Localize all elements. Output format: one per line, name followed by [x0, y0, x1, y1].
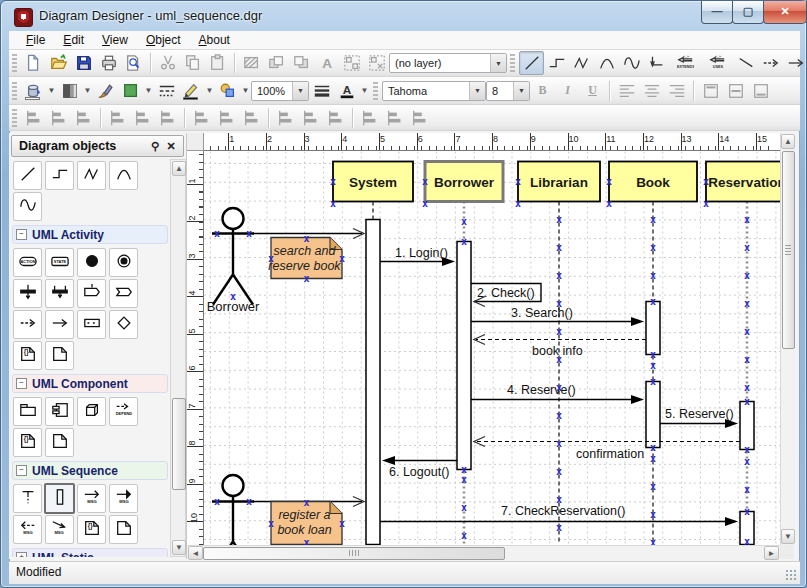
send-to-back-button[interactable] — [289, 51, 314, 75]
open-button[interactable] — [46, 51, 71, 75]
palette-line-arc-button[interactable] — [109, 161, 138, 190]
fill-color-button[interactable] — [21, 79, 46, 103]
section-header-uml-sequence[interactable]: −UML Sequence — [12, 461, 168, 480]
align-text-left-button[interactable] — [614, 79, 639, 103]
palette-depend-arrow-button[interactable]: DEPEND — [109, 397, 138, 426]
space-equal-button[interactable] — [323, 106, 348, 130]
scroll-right-icon[interactable]: ► — [764, 546, 779, 560]
scroll-down-icon[interactable]: ▼ — [781, 529, 795, 544]
activation-Book-3[interactable] — [646, 382, 660, 448]
paste-button[interactable] — [205, 51, 230, 75]
pin-icon[interactable]: ⚲ — [147, 138, 163, 154]
palette-join-down-button[interactable] — [45, 279, 74, 308]
snap-grid-button[interactable] — [357, 106, 382, 130]
align-text-center-button[interactable] — [639, 79, 664, 103]
toolbar-grip[interactable] — [12, 54, 17, 72]
underline-button[interactable]: U — [580, 79, 605, 103]
font-size-select-dropdown-icon[interactable]: ▼ — [513, 82, 529, 100]
new-button[interactable] — [21, 51, 46, 75]
vertical-scroll-thumb[interactable] — [782, 151, 795, 349]
palette-action-button[interactable]: ACTION — [13, 248, 42, 277]
dash-style-button[interactable] — [154, 79, 179, 103]
scroll-up-icon[interactable]: ▲ — [781, 134, 795, 149]
message-6-logout[interactable]: 6. Logout() — [382, 456, 457, 479]
make-same-size-button[interactable] — [239, 106, 264, 130]
line-plain-button[interactable] — [733, 51, 758, 75]
palette-receive-signal-button[interactable] — [77, 279, 106, 308]
participant-Librarian[interactable]: Librarian — [518, 162, 600, 202]
line-sine-button[interactable] — [619, 51, 644, 75]
valign-middle-button[interactable] — [723, 79, 748, 103]
palette-final-node-button[interactable] — [109, 248, 138, 277]
uses-arrow-button[interactable]: «–»USES — [701, 51, 733, 75]
font-color-dropdown-icon[interactable]: ▼ — [359, 80, 370, 102]
panel-header[interactable]: Diagram objects ⚲ ✕ — [11, 135, 184, 157]
pen-color-dropdown-icon[interactable]: ▼ — [204, 80, 215, 102]
center-vertical-button[interactable] — [155, 106, 180, 130]
activation-Reservation-4[interactable] — [740, 402, 754, 450]
line-zigzag-button[interactable] — [569, 51, 594, 75]
participant-Book[interactable]: Book — [609, 162, 697, 202]
align-right-edges-button[interactable] — [46, 106, 71, 130]
hatch-fill-button[interactable] — [239, 51, 264, 75]
palette-msg-return-arrow-button[interactable]: MSG — [13, 515, 42, 544]
line-width-button[interactable] — [309, 79, 334, 103]
layer-select-dropdown-icon[interactable]: ▼ — [490, 54, 506, 72]
palette-note-button[interactable] — [45, 428, 74, 457]
section-header-uml-component[interactable]: −UML Component — [12, 374, 168, 393]
distribute-v-button[interactable] — [407, 106, 432, 130]
menu-about[interactable]: About — [190, 32, 239, 48]
palette-scroll-up-icon[interactable]: ▲ — [172, 161, 186, 176]
resize-grip[interactable] — [785, 569, 797, 581]
palette-msg-open-arrow-button[interactable]: MSG — [77, 484, 106, 513]
activation-Book-2[interactable] — [646, 302, 660, 355]
palette-scroll-thumb[interactable] — [172, 398, 186, 490]
palette-code-note-button[interactable]: {} — [13, 341, 42, 370]
center-horizontal-button[interactable] — [71, 106, 96, 130]
activation-System-0[interactable] — [366, 220, 380, 545]
palette-initial-node-button[interactable] — [77, 248, 106, 277]
group-button[interactable] — [339, 51, 364, 75]
palette-note-button[interactable] — [109, 515, 138, 544]
palette-line-elbow-button[interactable] — [45, 161, 74, 190]
minimize-button[interactable]: — — [701, 1, 733, 24]
panel-close-icon[interactable]: ✕ — [163, 138, 179, 154]
space-down-button[interactable] — [298, 106, 323, 130]
palette-decision-button[interactable] — [109, 310, 138, 339]
font-select-dropdown-icon[interactable]: ▼ — [469, 82, 485, 100]
palette-fork-down-button[interactable] — [13, 279, 42, 308]
insert-text-button[interactable]: A — [314, 51, 339, 75]
palette-line-diagonal-button[interactable] — [13, 161, 42, 190]
fill-color-dropdown-icon[interactable]: ▼ — [46, 80, 57, 102]
shape-color-dropdown-icon[interactable]: ▼ — [143, 80, 154, 102]
message-5-reserve[interactable]: 5. Reserve() — [660, 407, 738, 429]
toolbar-grip[interactable] — [12, 82, 17, 100]
save-button[interactable] — [71, 51, 96, 75]
corner-arrow-button[interactable] — [644, 51, 669, 75]
palette-line-zigzag-button[interactable] — [77, 161, 106, 190]
valign-top-button[interactable] — [698, 79, 723, 103]
section-header-uml-activity[interactable]: −UML Activity — [12, 225, 168, 244]
title-bar[interactable]: Diagram Designer - uml_sequence.dgr — ▢ … — [1, 1, 806, 31]
collapse-icon[interactable]: − — [16, 378, 27, 389]
palette-frame-button[interactable] — [77, 310, 106, 339]
line-elbow-button[interactable] — [544, 51, 569, 75]
palette-note-button[interactable] — [45, 341, 74, 370]
align-tops-button[interactable] — [105, 106, 130, 130]
collapse-icon[interactable]: − — [16, 229, 27, 240]
cut-button[interactable] — [155, 51, 180, 75]
palette-component-button[interactable] — [45, 397, 74, 426]
scroll-left-icon[interactable]: ◄ — [188, 546, 203, 560]
make-same-width-button[interactable] — [189, 106, 214, 130]
maximize-button[interactable]: ▢ — [732, 1, 764, 24]
menu-view[interactable]: View — [93, 32, 137, 48]
expand-icon[interactable]: + — [16, 552, 27, 557]
bold-button[interactable]: B — [530, 79, 555, 103]
palette-code-note-button[interactable]: {} — [13, 428, 42, 457]
align-text-right-button[interactable] — [664, 79, 689, 103]
space-across-button[interactable] — [273, 106, 298, 130]
toolbar-grip[interactable] — [12, 109, 17, 127]
valign-bottom-button[interactable] — [748, 79, 773, 103]
palette-lifeline-head-button[interactable] — [13, 484, 42, 513]
gradient-fill-dropdown-icon[interactable]: ▼ — [82, 80, 93, 102]
